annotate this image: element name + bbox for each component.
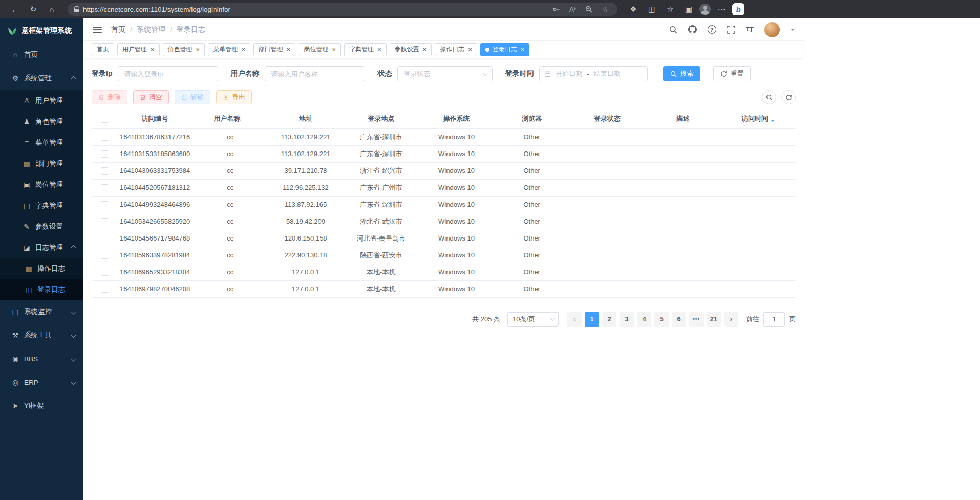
- pagination-next-button[interactable]: ›: [724, 312, 738, 327]
- sidebar-item-system-tools[interactable]: ⚒系统工具: [0, 323, 83, 347]
- sidebar-item-param-settings[interactable]: ✎参数设置: [0, 216, 83, 237]
- close-icon[interactable]: ×: [332, 46, 336, 53]
- tab-user[interactable]: 用户管理×: [117, 43, 160, 56]
- sidebar-item-op-log[interactable]: ▥操作日志: [0, 258, 83, 279]
- status-select[interactable]: 登录状态: [397, 66, 493, 81]
- back-icon[interactable]: ←: [7, 2, 23, 16]
- help-icon[interactable]: ?: [708, 25, 716, 34]
- row-checkbox[interactable]: [101, 252, 108, 259]
- close-icon[interactable]: ×: [468, 46, 472, 53]
- close-icon[interactable]: ×: [287, 46, 291, 53]
- start-date-placeholder[interactable]: 开始日期: [556, 69, 582, 78]
- close-icon[interactable]: ×: [151, 46, 155, 53]
- read-aloud-icon[interactable]: A⁾: [566, 3, 579, 15]
- pagination-page-button[interactable]: 2: [602, 312, 616, 327]
- sidebar-item-user-mgmt[interactable]: ♙用户管理: [0, 90, 83, 111]
- tab-oplog[interactable]: 操作日志×: [435, 43, 477, 56]
- goto-page-input[interactable]: [763, 312, 785, 327]
- delete-button[interactable]: 删除: [92, 90, 127, 104]
- url-text[interactable]: https://ccnetcore.com:1101/system/log/lo…: [83, 6, 546, 13]
- favorites-icon[interactable]: ☆: [663, 2, 678, 16]
- chevron-down-icon[interactable]: [791, 29, 795, 33]
- clear-button[interactable]: 清空: [133, 90, 169, 104]
- extensions-icon[interactable]: ❖: [626, 2, 641, 16]
- refresh-table-icon[interactable]: [781, 90, 796, 104]
- row-checkbox[interactable]: [101, 269, 108, 276]
- row-checkbox[interactable]: [101, 150, 108, 158]
- sidebar-item-role-mgmt[interactable]: ♟角色管理: [0, 111, 83, 132]
- sidebar-item-menu-mgmt[interactable]: ≡菜单管理: [0, 132, 83, 153]
- unlock-button[interactable]: 解锁: [175, 90, 210, 104]
- collections-icon[interactable]: ▣: [681, 2, 696, 16]
- tab-loginlog[interactable]: 登录日志×: [480, 43, 530, 56]
- close-icon[interactable]: ×: [521, 46, 525, 53]
- tab-role[interactable]: 角色管理×: [163, 43, 205, 56]
- export-button[interactable]: 导出: [216, 90, 252, 104]
- sidebar-toggle-icon[interactable]: [93, 25, 102, 34]
- pagination-page-button[interactable]: 21: [707, 312, 721, 327]
- font-size-icon[interactable]: TT: [746, 25, 754, 34]
- close-icon[interactable]: ×: [196, 46, 200, 53]
- login-ip-input[interactable]: [118, 66, 218, 81]
- row-checkbox[interactable]: [101, 167, 108, 175]
- pagination-page-button[interactable]: 4: [637, 312, 651, 327]
- breadcrumb-item-home[interactable]: 首页: [111, 25, 125, 34]
- search-button[interactable]: 搜索: [663, 66, 700, 81]
- row-checkbox[interactable]: [101, 134, 108, 141]
- browser-home-icon[interactable]: ⌂: [44, 2, 59, 16]
- sidebar-item-dict-mgmt[interactable]: ▤字典管理: [0, 195, 83, 216]
- refresh-page-icon[interactable]: ↻: [26, 2, 41, 16]
- pagination-prev-button[interactable]: ‹: [567, 312, 582, 327]
- browser-profile-avatar[interactable]: [699, 4, 711, 15]
- row-checkbox[interactable]: [101, 218, 108, 225]
- sidebar-item-login-log[interactable]: ◫登录日志: [0, 279, 83, 300]
- end-date-placeholder[interactable]: 结束日期: [594, 69, 621, 78]
- user-avatar[interactable]: [764, 22, 780, 37]
- pagination-page-button[interactable]: 1: [585, 312, 599, 327]
- sidebar-item-yi-framework[interactable]: ➤Yi框架: [0, 394, 83, 418]
- close-icon[interactable]: ×: [241, 46, 245, 53]
- password-key-icon[interactable]: [550, 3, 562, 15]
- row-checkbox[interactable]: [101, 201, 108, 208]
- fullscreen-icon[interactable]: [727, 26, 735, 34]
- bing-copilot-icon[interactable]: b: [732, 3, 744, 15]
- tab-home[interactable]: 首页: [92, 43, 114, 56]
- breadcrumb-item-system[interactable]: 系统管理: [137, 25, 165, 34]
- select-all-checkbox[interactable]: [101, 116, 108, 123]
- tab-dict[interactable]: 字典管理×: [344, 43, 387, 56]
- sidebar-item-home[interactable]: ⌂首页: [0, 43, 83, 67]
- split-screen-icon[interactable]: ◫: [644, 2, 659, 16]
- sidebar-item-bbs[interactable]: ◉BBS: [0, 347, 83, 371]
- row-checkbox[interactable]: [101, 286, 108, 293]
- pagination-page-button[interactable]: 3: [620, 312, 634, 327]
- sidebar-item-dept-mgmt[interactable]: ▦部门管理: [0, 153, 83, 174]
- sort-icon[interactable]: [243, 115, 247, 124]
- pagination-page-button[interactable]: 5: [654, 312, 669, 327]
- search-icon[interactable]: [669, 26, 677, 34]
- toggle-search-icon[interactable]: [762, 90, 776, 104]
- browser-menu-icon[interactable]: ⋯: [714, 2, 729, 16]
- close-icon[interactable]: ×: [377, 46, 381, 53]
- sort-icon[interactable]: [771, 115, 775, 124]
- page-size-select[interactable]: 10条/页: [507, 312, 559, 327]
- tab-menu[interactable]: 菜单管理×: [208, 43, 250, 56]
- date-range-picker[interactable]: 开始日期 - 结束日期: [539, 66, 648, 81]
- row-checkbox[interactable]: [101, 235, 108, 242]
- row-checkbox[interactable]: [101, 184, 108, 191]
- sidebar-item-post-mgmt[interactable]: ▣岗位管理: [0, 174, 83, 195]
- add-favorite-icon[interactable]: ☆: [599, 3, 611, 15]
- sidebar-item-erp[interactable]: ◎ERP: [0, 371, 83, 394]
- reset-button[interactable]: 重置: [713, 66, 751, 81]
- sidebar-item-system-monitor[interactable]: ▢系统监控: [0, 300, 83, 323]
- tab-param[interactable]: 参数设置×: [390, 43, 432, 56]
- user-name-input[interactable]: [265, 66, 365, 81]
- tab-dept[interactable]: 部门管理×: [253, 43, 296, 56]
- sidebar-item-system-mgmt[interactable]: ⚙系统管理: [0, 67, 83, 90]
- pagination-more-button[interactable]: •••: [689, 312, 704, 327]
- sidebar-item-log-mgmt[interactable]: ◪日志管理: [0, 237, 83, 258]
- pagination-page-button[interactable]: 6: [672, 312, 686, 327]
- close-icon[interactable]: ×: [423, 46, 427, 53]
- github-icon[interactable]: [688, 25, 697, 34]
- tab-post[interactable]: 岗位管理×: [299, 43, 341, 56]
- zoom-out-icon[interactable]: [583, 3, 595, 15]
